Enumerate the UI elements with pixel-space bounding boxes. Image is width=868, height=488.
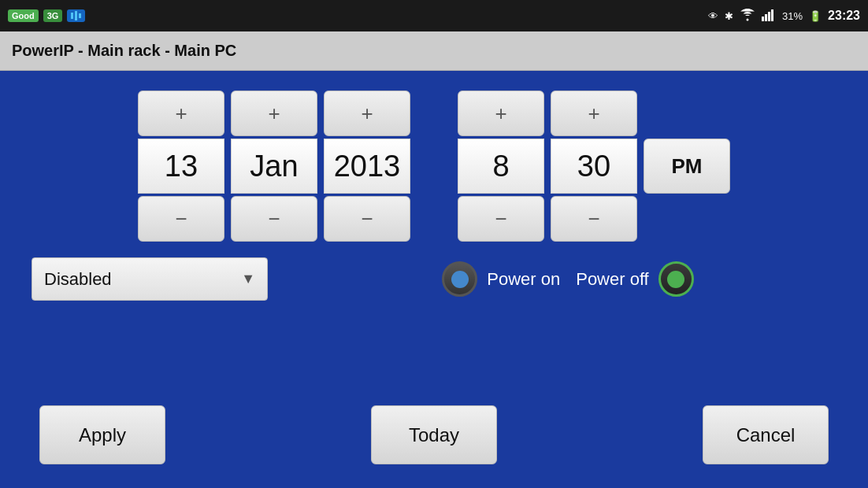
network-badge: 3G	[43, 9, 63, 22]
main-content: + 13 − + Jan − + 2013 − + 8	[0, 71, 868, 488]
month-value: Jan	[231, 139, 317, 194]
hour-spinner: + 8 −	[458, 91, 544, 242]
page-title: PowerIP - Main rack - Main PC	[12, 42, 236, 60]
status-time: 23:23	[828, 9, 860, 23]
minute-decrement-button[interactable]: −	[551, 196, 637, 242]
dropdown-selected-value: Disabled	[44, 269, 112, 290]
signal-percent: 31%	[782, 10, 803, 22]
chart-badge	[67, 9, 85, 22]
title-bar: PowerIP - Main rack - Main PC	[0, 31, 868, 71]
controls-row: Disabled ▼ Power on Power off	[24, 257, 844, 301]
signal-icon	[762, 9, 776, 24]
cancel-button[interactable]: Cancel	[703, 405, 829, 464]
today-button[interactable]: Today	[371, 405, 497, 464]
good-badge: Good	[8, 9, 39, 22]
bluetooth-icon: ✱	[725, 10, 733, 22]
day-value: 13	[138, 139, 224, 194]
time-group: + 8 − + 30 − PM	[458, 91, 730, 242]
svg-rect-1	[762, 17, 764, 21]
year-increment-button[interactable]: +	[324, 91, 410, 136]
dropdown-arrow-icon: ▼	[241, 271, 255, 287]
month-spinner: + Jan −	[231, 91, 317, 242]
spinner-row: + 13 − + Jan − + 2013 − + 8	[138, 91, 730, 242]
hour-decrement-button[interactable]: −	[458, 196, 544, 242]
power-radio-group: Power on Power off	[299, 261, 836, 297]
year-decrement-button[interactable]: −	[324, 196, 410, 242]
power-on-radio-item: Power on	[442, 261, 560, 297]
minute-increment-button[interactable]: +	[551, 91, 637, 136]
power-off-radio-inner	[667, 271, 684, 288]
status-right: 👁 ✱ 31% 🔋 23:23	[708, 9, 860, 24]
hour-increment-button[interactable]: +	[458, 91, 544, 136]
apply-button[interactable]: Apply	[39, 405, 165, 464]
recurrence-dropdown-container: Disabled ▼	[32, 257, 268, 301]
svg-rect-4	[771, 9, 773, 21]
year-value: 2013	[324, 139, 410, 194]
status-bar: Good 3G 👁 ✱ 31% 🔋 23:23	[0, 0, 868, 31]
status-left: Good 3G	[8, 9, 85, 22]
wifi-icon	[740, 9, 755, 24]
eye-icon: 👁	[708, 10, 718, 22]
day-increment-button[interactable]: +	[138, 91, 224, 136]
svg-point-0	[747, 18, 749, 20]
power-off-radio-button[interactable]	[658, 261, 694, 297]
day-decrement-button[interactable]: −	[138, 196, 224, 242]
ampm-button[interactable]: PM	[644, 139, 730, 194]
recurrence-dropdown[interactable]: Disabled ▼	[32, 257, 268, 301]
power-off-label: Power off	[576, 269, 649, 290]
battery-icon: 🔋	[809, 10, 822, 22]
bottom-row: Apply Today Cancel	[24, 397, 844, 472]
minute-spinner: + 30 −	[551, 91, 637, 242]
power-on-label: Power on	[487, 269, 560, 290]
month-decrement-button[interactable]: −	[231, 196, 317, 242]
minute-value: 30	[551, 139, 637, 194]
power-on-radio-inner	[451, 271, 469, 288]
svg-rect-2	[765, 14, 767, 21]
hour-value: 8	[458, 139, 544, 194]
svg-rect-3	[768, 12, 770, 21]
power-on-radio-button[interactable]	[442, 261, 477, 297]
power-off-radio-item: Power off	[576, 261, 694, 297]
day-spinner: + 13 −	[138, 91, 224, 242]
year-spinner: + 2013 −	[324, 91, 410, 242]
date-group: + 13 − + Jan − + 2013 −	[138, 91, 410, 242]
month-increment-button[interactable]: +	[231, 91, 317, 136]
